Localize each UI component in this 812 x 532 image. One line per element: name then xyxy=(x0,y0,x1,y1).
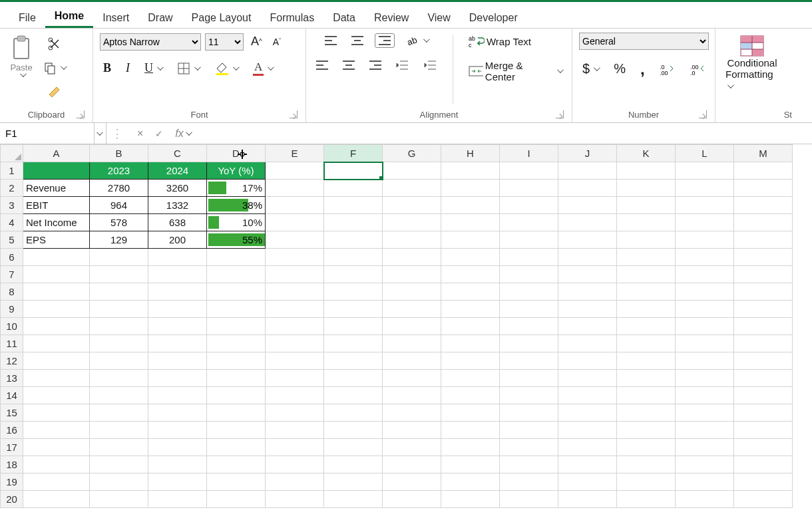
tab-page-layout[interactable]: Page Layout xyxy=(182,7,261,28)
cell-K7[interactable] xyxy=(617,266,676,283)
row-header-15[interactable]: 15 xyxy=(1,404,23,422)
row-header-14[interactable]: 14 xyxy=(1,387,23,404)
cell-J12[interactable] xyxy=(558,352,617,370)
cell-K12[interactable] xyxy=(617,352,676,370)
tab-developer[interactable]: Developer xyxy=(460,7,527,28)
decrease-decimal-button[interactable]: .00.0 xyxy=(687,61,710,77)
column-header-H[interactable]: H xyxy=(441,145,500,162)
row-header-3[interactable]: 3 xyxy=(1,197,23,214)
cell-A16[interactable] xyxy=(23,422,90,439)
cell-J15[interactable] xyxy=(558,404,617,422)
align-left-button[interactable] xyxy=(313,59,331,72)
row-header-20[interactable]: 20 xyxy=(1,491,23,508)
cell-E10[interactable] xyxy=(266,318,324,335)
cell-M7[interactable] xyxy=(734,266,793,283)
cell-K18[interactable] xyxy=(617,456,676,473)
cell-I18[interactable] xyxy=(500,456,558,473)
cell-C4[interactable]: 638 xyxy=(148,214,207,231)
cell-G11[interactable] xyxy=(383,335,441,352)
cell-F9[interactable] xyxy=(324,301,383,318)
cell-C8[interactable] xyxy=(148,283,207,301)
cell-J2[interactable] xyxy=(558,180,617,197)
cell-J5[interactable] xyxy=(558,231,617,249)
column-header-C[interactable]: C xyxy=(148,145,207,162)
cell-F10[interactable] xyxy=(324,318,383,335)
cell-I8[interactable] xyxy=(500,283,558,301)
column-header-I[interactable]: I xyxy=(500,145,558,162)
cell-A10[interactable] xyxy=(23,318,90,335)
cell-E5[interactable] xyxy=(266,231,324,249)
column-header-D[interactable]: D xyxy=(207,145,266,162)
cell-E7[interactable] xyxy=(266,266,324,283)
insert-function-button[interactable]: fx xyxy=(172,126,194,142)
cell-B20[interactable] xyxy=(90,491,148,508)
cell-G16[interactable] xyxy=(383,422,441,439)
cell-B12[interactable] xyxy=(90,352,148,370)
cell-F19[interactable] xyxy=(324,473,383,491)
cell-I6[interactable] xyxy=(500,249,558,266)
column-header-F[interactable]: F xyxy=(324,145,383,162)
row-header-11[interactable]: 11 xyxy=(1,335,23,352)
cell-G20[interactable] xyxy=(383,491,441,508)
cell-A15[interactable] xyxy=(23,404,90,422)
cell-L19[interactable] xyxy=(676,473,734,491)
cell-C10[interactable] xyxy=(148,318,207,335)
cell-F6[interactable] xyxy=(324,249,383,266)
cell-I17[interactable] xyxy=(500,439,558,456)
cell-G18[interactable] xyxy=(383,456,441,473)
cell-G13[interactable] xyxy=(383,370,441,387)
cell-C7[interactable] xyxy=(148,266,207,283)
cell-C14[interactable] xyxy=(148,387,207,404)
cell-K8[interactable] xyxy=(617,283,676,301)
cell-I13[interactable] xyxy=(500,370,558,387)
cell-F2[interactable] xyxy=(324,180,383,197)
formula-input[interactable] xyxy=(201,123,812,144)
orientation-button[interactable]: ab xyxy=(403,33,432,49)
cell-I14[interactable] xyxy=(500,387,558,404)
column-header-E[interactable]: E xyxy=(266,145,324,162)
cell-L9[interactable] xyxy=(676,301,734,318)
cell-M20[interactable] xyxy=(734,491,793,508)
cell-M2[interactable] xyxy=(734,180,793,197)
cell-D15[interactable] xyxy=(207,404,266,422)
bold-button[interactable]: B xyxy=(100,59,114,77)
cell-L13[interactable] xyxy=(676,370,734,387)
cell-E17[interactable] xyxy=(266,439,324,456)
cell-H18[interactable] xyxy=(441,456,500,473)
cell-M17[interactable] xyxy=(734,439,793,456)
cell-D4[interactable]: 10% xyxy=(207,214,266,231)
column-header-B[interactable]: B xyxy=(90,145,148,162)
tab-view[interactable]: View xyxy=(418,7,459,28)
cell-G14[interactable] xyxy=(383,387,441,404)
cell-J13[interactable] xyxy=(558,370,617,387)
cell-F1[interactable] xyxy=(324,162,383,180)
cell-F17[interactable] xyxy=(324,439,383,456)
cell-J10[interactable] xyxy=(558,318,617,335)
cell-J4[interactable] xyxy=(558,214,617,231)
cell-B6[interactable] xyxy=(90,249,148,266)
cell-D12[interactable] xyxy=(207,352,266,370)
cell-E18[interactable] xyxy=(266,456,324,473)
cell-M8[interactable] xyxy=(734,283,793,301)
cell-C1[interactable]: 2024 xyxy=(148,162,207,180)
worksheet-grid[interactable]: ABCDEFGHIJKLM120232024YoY (%)2Revenue278… xyxy=(0,144,812,508)
cell-J14[interactable] xyxy=(558,387,617,404)
cell-H6[interactable] xyxy=(441,249,500,266)
cell-L18[interactable] xyxy=(676,456,734,473)
number-format-select[interactable]: General xyxy=(579,33,709,50)
cell-L2[interactable] xyxy=(676,180,734,197)
cell-F16[interactable] xyxy=(324,422,383,439)
cell-I12[interactable] xyxy=(500,352,558,370)
cell-A4[interactable]: Net Income xyxy=(23,214,90,231)
row-header-1[interactable]: 1 xyxy=(1,162,23,180)
cell-G4[interactable] xyxy=(383,214,441,231)
cell-K15[interactable] xyxy=(617,404,676,422)
cell-I10[interactable] xyxy=(500,318,558,335)
row-header-5[interactable]: 5 xyxy=(1,231,23,249)
cell-L4[interactable] xyxy=(676,214,734,231)
percent-format-button[interactable]: % xyxy=(610,59,629,78)
tab-data[interactable]: Data xyxy=(323,7,365,28)
cell-K14[interactable] xyxy=(617,387,676,404)
cell-I11[interactable] xyxy=(500,335,558,352)
cell-J18[interactable] xyxy=(558,456,617,473)
